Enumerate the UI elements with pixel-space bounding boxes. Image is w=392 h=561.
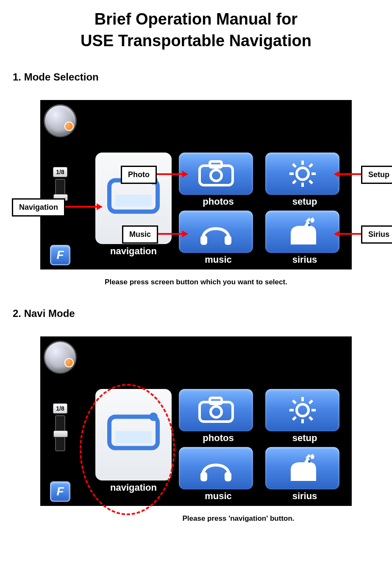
svg-rect-7	[200, 236, 207, 245]
zoom-slider-2[interactable]	[55, 415, 65, 451]
arrow-navigation	[64, 206, 102, 208]
figure-2-wrap: N 1/8 F navigation	[8, 336, 384, 506]
sirius-button-2[interactable]	[265, 447, 339, 489]
device-screen-1: N 1/8 F navigation	[40, 100, 352, 269]
figure-1-wrap: Navigation Photo Music Setup Sirius N 1/…	[8, 100, 384, 269]
music-button[interactable]	[179, 211, 253, 253]
setup-label: setup	[265, 196, 344, 207]
arrow-photo	[157, 173, 187, 175]
setup-button-2[interactable]	[265, 389, 339, 431]
svg-point-10	[308, 224, 311, 226]
callout-setup: Setup	[361, 166, 392, 184]
camera-icon	[197, 160, 235, 187]
figure-2-caption: Please press 'navigation' button.	[8, 514, 384, 523]
svg-marker-20	[310, 454, 314, 459]
setup-label-2: setup	[265, 433, 344, 444]
left-rail: N 1/8 F	[42, 102, 78, 268]
compass-n-label-2: N	[66, 359, 69, 363]
svg-point-17	[297, 404, 309, 416]
callout-music: Music	[122, 225, 158, 244]
navigation-label: navigation	[91, 246, 176, 257]
callout-navigation: Navigation	[12, 198, 65, 217]
document-title: Brief Operation Manual for USE Transport…	[8, 8, 384, 52]
sirius-label-2: sirius	[265, 491, 344, 502]
svg-rect-8	[225, 236, 231, 245]
arrow-sirius	[335, 233, 362, 235]
svg-rect-18	[200, 472, 207, 481]
svg-point-6	[297, 168, 309, 180]
sirius-button[interactable]	[265, 211, 339, 253]
svg-point-16	[211, 406, 222, 417]
photos-button-2[interactable]	[179, 389, 253, 431]
photos-button[interactable]	[179, 153, 253, 195]
f-button-2[interactable]: F	[50, 481, 70, 502]
arrow-setup	[335, 173, 362, 175]
svg-point-5	[211, 170, 222, 181]
arrow-music	[157, 233, 187, 235]
section-1-heading: 1. Mode Selection	[8, 71, 384, 83]
compass-n-label: N	[66, 122, 69, 127]
svg-point-21	[308, 460, 311, 463]
zoom-slider-thumb-2[interactable]	[53, 430, 68, 437]
title-line-1: Brief Operation Manual for	[95, 10, 297, 28]
scale-label-2: 1/8	[53, 403, 67, 414]
gear-icon-2	[288, 395, 317, 425]
scale-label: 1/8	[53, 167, 67, 177]
tiles-grid: photos setup	[179, 153, 344, 265]
photos-label-2: photos	[179, 433, 258, 444]
sirius-dog-icon	[286, 217, 320, 247]
headphones-icon	[198, 217, 234, 247]
highlight-navigation-oval	[80, 384, 175, 515]
title-line-2: USE Transportable Navigation	[81, 32, 311, 50]
sirius-dog-icon-2	[286, 453, 320, 483]
gear-icon	[288, 159, 317, 189]
headphones-icon-2	[198, 453, 234, 483]
music-label: music	[179, 254, 258, 265]
music-button-2[interactable]	[179, 447, 253, 489]
svg-rect-1	[115, 194, 152, 206]
buttons-area: navigation photos	[78, 102, 350, 268]
music-label-2: music	[179, 491, 258, 502]
section-2-heading: 2. Navi Mode	[8, 308, 384, 319]
f-button[interactable]: F	[50, 245, 70, 265]
tiles-grid-2: photos setup	[179, 389, 344, 502]
callout-photo: Photo	[121, 166, 157, 184]
setup-button[interactable]	[265, 153, 339, 195]
callout-sirius: Sirius	[361, 225, 392, 244]
svg-marker-9	[310, 217, 314, 222]
photos-label: photos	[179, 196, 258, 207]
zoom-slider-block-2: 1/8	[45, 403, 75, 451]
sirius-label: sirius	[265, 254, 344, 265]
svg-rect-19	[225, 472, 231, 481]
camera-icon-2	[197, 396, 235, 424]
left-rail-2: N 1/8 F	[42, 338, 78, 504]
compass-icon[interactable]: N	[44, 104, 77, 137]
compass-icon-2[interactable]: N	[44, 341, 77, 374]
figure-1-caption: Please press screen button which you wan…	[8, 278, 384, 286]
